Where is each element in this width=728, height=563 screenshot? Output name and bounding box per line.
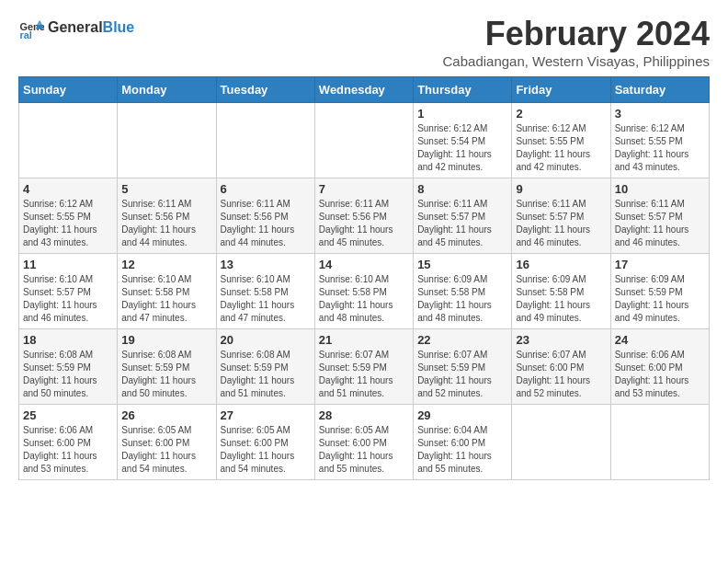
svg-text:ral: ral [20, 29, 32, 40]
day-number: 18 [23, 333, 113, 347]
day-number: 24 [615, 333, 705, 347]
calendar-cell: 1Sunrise: 6:12 AM Sunset: 5:54 PM Daylig… [414, 103, 512, 178]
day-info: Sunrise: 6:10 AM Sunset: 5:58 PM Dayligh… [319, 273, 409, 325]
day-number: 19 [121, 333, 211, 347]
weekday-header-saturday: Saturday [610, 77, 709, 103]
calendar-cell: 3Sunrise: 6:12 AM Sunset: 5:55 PM Daylig… [610, 103, 709, 178]
day-info: Sunrise: 6:05 AM Sunset: 6:00 PM Dayligh… [319, 424, 409, 476]
day-info: Sunrise: 6:07 AM Sunset: 5:59 PM Dayligh… [417, 349, 507, 400]
day-info: Sunrise: 6:11 AM Sunset: 5:56 PM Dayligh… [319, 198, 409, 249]
day-number: 3 [615, 107, 705, 121]
day-info: Sunrise: 6:06 AM Sunset: 6:00 PM Dayligh… [615, 349, 705, 400]
day-number: 8 [417, 182, 507, 196]
calendar-cell: 24Sunrise: 6:06 AM Sunset: 6:00 PM Dayli… [610, 329, 709, 405]
day-number: 6 [221, 182, 311, 196]
day-number: 29 [417, 408, 507, 422]
day-info: Sunrise: 6:11 AM Sunset: 5:56 PM Dayligh… [221, 198, 311, 249]
day-info: Sunrise: 6:12 AM Sunset: 5:54 PM Dayligh… [417, 122, 507, 174]
day-number: 25 [23, 408, 113, 422]
day-number: 21 [319, 333, 409, 347]
calendar-cell: 27Sunrise: 6:05 AM Sunset: 6:00 PM Dayli… [216, 405, 314, 480]
day-info: Sunrise: 6:10 AM Sunset: 5:57 PM Dayligh… [23, 273, 113, 325]
logo: Gene ral GeneralBlue [18, 15, 134, 40]
day-number: 16 [516, 258, 606, 271]
day-number: 17 [615, 258, 705, 271]
calendar-cell: 22Sunrise: 6:07 AM Sunset: 5:59 PM Dayli… [414, 329, 512, 405]
logo-icon: Gene ral [18, 15, 44, 40]
weekday-header-sunday: Sunday [19, 77, 118, 103]
day-info: Sunrise: 6:09 AM Sunset: 5:59 PM Dayligh… [615, 273, 705, 325]
day-info: Sunrise: 6:11 AM Sunset: 5:57 PM Dayligh… [417, 198, 507, 249]
weekday-header-wednesday: Wednesday [314, 77, 413, 103]
day-number: 5 [121, 182, 211, 196]
title-area: February 2024 Cabadiangan, Western Visay… [443, 15, 710, 69]
day-info: Sunrise: 6:11 AM Sunset: 5:57 PM Dayligh… [615, 198, 705, 249]
calendar-cell: 16Sunrise: 6:09 AM Sunset: 5:58 PM Dayli… [512, 254, 610, 329]
calendar-cell: 12Sunrise: 6:10 AM Sunset: 5:58 PM Dayli… [118, 254, 216, 329]
calendar-cell [118, 103, 216, 178]
day-info: Sunrise: 6:04 AM Sunset: 6:00 PM Dayligh… [417, 424, 507, 476]
location-subtitle: Cabadiangan, Western Visayas, Philippine… [443, 53, 710, 69]
day-number: 14 [319, 258, 409, 271]
calendar-cell: 13Sunrise: 6:10 AM Sunset: 5:58 PM Dayli… [216, 254, 314, 329]
day-info: Sunrise: 6:09 AM Sunset: 5:58 PM Dayligh… [516, 273, 606, 325]
calendar-cell: 25Sunrise: 6:06 AM Sunset: 6:00 PM Dayli… [19, 405, 118, 480]
day-info: Sunrise: 6:11 AM Sunset: 5:57 PM Dayligh… [516, 198, 606, 249]
day-info: Sunrise: 6:08 AM Sunset: 5:59 PM Dayligh… [23, 349, 113, 400]
calendar-cell: 20Sunrise: 6:08 AM Sunset: 5:59 PM Dayli… [216, 329, 314, 405]
day-info: Sunrise: 6:05 AM Sunset: 6:00 PM Dayligh… [221, 424, 311, 476]
calendar-week-row: 18Sunrise: 6:08 AM Sunset: 5:59 PM Dayli… [19, 329, 710, 405]
weekday-header-monday: Monday [118, 77, 216, 103]
calendar-cell [610, 405, 709, 480]
calendar-cell: 7Sunrise: 6:11 AM Sunset: 5:56 PM Daylig… [314, 178, 413, 254]
day-info: Sunrise: 6:05 AM Sunset: 6:00 PM Dayligh… [121, 424, 211, 476]
day-number: 27 [221, 408, 311, 422]
calendar-cell: 8Sunrise: 6:11 AM Sunset: 5:57 PM Daylig… [414, 178, 512, 254]
month-year-title: February 2024 [443, 15, 710, 53]
calendar-cell: 19Sunrise: 6:08 AM Sunset: 5:59 PM Dayli… [118, 329, 216, 405]
day-info: Sunrise: 6:07 AM Sunset: 5:59 PM Dayligh… [319, 349, 409, 400]
day-info: Sunrise: 6:09 AM Sunset: 5:58 PM Dayligh… [417, 273, 507, 325]
calendar-cell: 15Sunrise: 6:09 AM Sunset: 5:58 PM Dayli… [414, 254, 512, 329]
calendar-cell: 11Sunrise: 6:10 AM Sunset: 5:57 PM Dayli… [19, 254, 118, 329]
day-number: 15 [417, 258, 507, 271]
weekday-header-thursday: Thursday [414, 77, 512, 103]
weekday-header-friday: Friday [512, 77, 610, 103]
logo-text: GeneralBlue [48, 19, 134, 36]
calendar-cell: 14Sunrise: 6:10 AM Sunset: 5:58 PM Dayli… [314, 254, 413, 329]
day-number: 26 [121, 408, 211, 422]
day-number: 7 [319, 182, 409, 196]
calendar-table: SundayMondayTuesdayWednesdayThursdayFrid… [18, 76, 710, 480]
day-info: Sunrise: 6:08 AM Sunset: 5:59 PM Dayligh… [121, 349, 211, 400]
calendar-week-row: 11Sunrise: 6:10 AM Sunset: 5:57 PM Dayli… [19, 254, 710, 329]
day-number: 9 [516, 182, 606, 196]
calendar-cell: 29Sunrise: 6:04 AM Sunset: 6:00 PM Dayli… [414, 405, 512, 480]
day-info: Sunrise: 6:12 AM Sunset: 5:55 PM Dayligh… [516, 122, 606, 174]
day-number: 28 [319, 408, 409, 422]
calendar-cell: 26Sunrise: 6:05 AM Sunset: 6:00 PM Dayli… [118, 405, 216, 480]
day-info: Sunrise: 6:12 AM Sunset: 5:55 PM Dayligh… [23, 198, 113, 249]
day-number: 10 [615, 182, 705, 196]
calendar-week-row: 4Sunrise: 6:12 AM Sunset: 5:55 PM Daylig… [19, 178, 710, 254]
calendar-cell: 21Sunrise: 6:07 AM Sunset: 5:59 PM Dayli… [314, 329, 413, 405]
day-number: 2 [516, 107, 606, 121]
day-info: Sunrise: 6:12 AM Sunset: 5:55 PM Dayligh… [615, 122, 705, 174]
calendar-cell: 18Sunrise: 6:08 AM Sunset: 5:59 PM Dayli… [19, 329, 118, 405]
calendar-cell: 9Sunrise: 6:11 AM Sunset: 5:57 PM Daylig… [512, 178, 610, 254]
day-number: 22 [417, 333, 507, 347]
day-number: 13 [221, 258, 311, 271]
calendar-cell: 2Sunrise: 6:12 AM Sunset: 5:55 PM Daylig… [512, 103, 610, 178]
calendar-cell [512, 405, 610, 480]
weekday-header-tuesday: Tuesday [216, 77, 314, 103]
calendar-cell: 10Sunrise: 6:11 AM Sunset: 5:57 PM Dayli… [610, 178, 709, 254]
weekday-header-row: SundayMondayTuesdayWednesdayThursdayFrid… [19, 77, 710, 103]
calendar-week-row: 1Sunrise: 6:12 AM Sunset: 5:54 PM Daylig… [19, 103, 710, 178]
day-number: 12 [121, 258, 211, 271]
day-info: Sunrise: 6:07 AM Sunset: 6:00 PM Dayligh… [516, 349, 606, 400]
day-info: Sunrise: 6:11 AM Sunset: 5:56 PM Dayligh… [121, 198, 211, 249]
calendar-cell [19, 103, 118, 178]
calendar-cell: 23Sunrise: 6:07 AM Sunset: 6:00 PM Dayli… [512, 329, 610, 405]
calendar-cell: 28Sunrise: 6:05 AM Sunset: 6:00 PM Dayli… [314, 405, 413, 480]
day-info: Sunrise: 6:08 AM Sunset: 5:59 PM Dayligh… [221, 349, 311, 400]
day-number: 4 [23, 182, 113, 196]
